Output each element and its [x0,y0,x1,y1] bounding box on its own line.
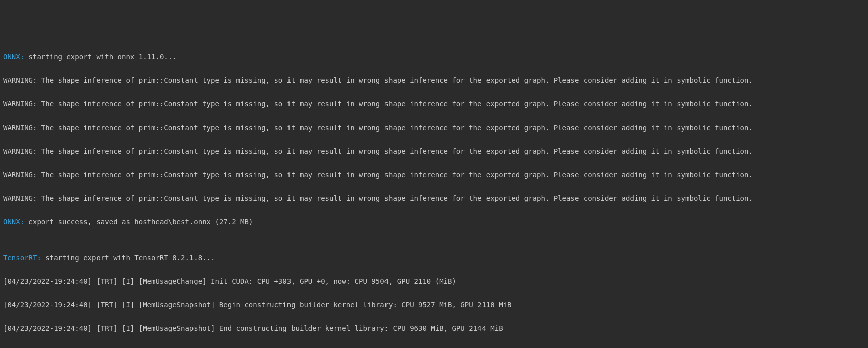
onnx-keyword: ONNX: [3,218,24,226]
log-line-trt: [04/23/2022-19:24:40] [TRT] [I] --------… [3,346,865,349]
log-line-trt: [04/23/2022-19:24:40] [TRT] [I] [MemUsag… [3,323,865,335]
log-line-warning: WARNING: The shape inference of prim::Co… [3,169,865,181]
log-line-onnx-done: ONNX: export success, saved as hosthead\… [3,216,865,228]
log-line-warning: WARNING: The shape inference of prim::Co… [3,75,865,87]
log-line-trt-start: TensorRT: starting export with TensorRT … [3,252,865,264]
onnx-keyword: ONNX: [3,53,24,61]
log-line-onnx-start: ONNX: starting export with onnx 1.11.0..… [3,51,865,63]
log-text: export success, saved as hosthead\best.o… [24,218,253,226]
log-line-warning: WARNING: The shape inference of prim::Co… [3,122,865,134]
log-line-trt: [04/23/2022-19:24:40] [TRT] [I] [MemUsag… [3,299,865,311]
tensorrt-keyword: TensorRT: [3,254,41,262]
log-line-trt: [04/23/2022-19:24:40] [TRT] [I] [MemUsag… [3,276,865,288]
log-line-warning: WARNING: The shape inference of prim::Co… [3,146,865,158]
log-text: starting export with TensorRT 8.2.1.8... [41,254,215,262]
log-text: starting export with onnx 1.11.0... [24,53,176,61]
log-line-warning: WARNING: The shape inference of prim::Co… [3,193,865,205]
log-line-warning: WARNING: The shape inference of prim::Co… [3,98,865,110]
